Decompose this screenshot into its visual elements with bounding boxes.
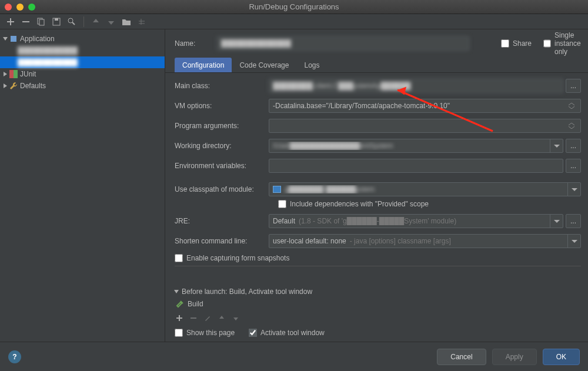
working-dir-label: Working directory: xyxy=(175,142,269,150)
tree-label: Defaults xyxy=(20,82,46,90)
apply-button: Apply xyxy=(492,349,537,365)
build-label: Build xyxy=(188,300,203,308)
name-label: Name: xyxy=(175,39,210,48)
tree-group-junit[interactable]: JUnit xyxy=(0,68,165,80)
edit-defaults-icon[interactable] xyxy=(67,17,76,26)
remove-task-icon xyxy=(189,313,198,323)
svg-rect-5 xyxy=(11,36,16,42)
browse-main-class-button[interactable]: ... xyxy=(566,79,581,93)
chevron-down-icon xyxy=(3,37,8,41)
program-args-label: Program arguments: xyxy=(175,122,269,130)
add-config-icon[interactable] xyxy=(6,17,15,26)
tree-group-defaults[interactable]: Defaults xyxy=(0,80,165,92)
help-button[interactable]: ? xyxy=(8,350,21,363)
shorten-combo[interactable]: user-local default: none - java [options… xyxy=(269,234,581,248)
collapse-all-icon xyxy=(137,17,146,26)
expand-field-icon[interactable] xyxy=(566,99,577,113)
chevron-down-icon xyxy=(174,290,179,293)
browse-jre-button[interactable]: ... xyxy=(566,214,581,228)
activate-label: Activate tool window xyxy=(260,329,325,337)
move-up-icon xyxy=(91,17,101,26)
env-vars-input[interactable] xyxy=(269,159,563,173)
snapshots-checkbox[interactable]: Enable capturing form snapshots xyxy=(175,254,581,262)
junit-icon xyxy=(9,70,18,78)
tree-label: JUnit xyxy=(20,70,36,78)
ok-button[interactable]: OK xyxy=(543,349,580,365)
browse-env-button[interactable]: ... xyxy=(566,159,581,173)
chevron-down-icon[interactable] xyxy=(567,183,580,196)
chevron-right-icon xyxy=(4,83,7,88)
single-instance-label: Single instance only xyxy=(554,31,581,56)
vm-options-label: VM options: xyxy=(175,102,269,110)
tree-group-application[interactable]: Application xyxy=(0,33,165,45)
shorten-label: Shorten command line: xyxy=(175,237,269,245)
program-args-input[interactable] xyxy=(269,119,581,133)
add-task-icon[interactable] xyxy=(175,313,184,323)
tab-code-coverage[interactable]: Code Coverage xyxy=(232,58,296,72)
tree-item[interactable]: ████████████ xyxy=(0,45,165,56)
chevron-right-icon xyxy=(4,72,7,76)
before-launch-label: Before launch: Build, Activate tool wind… xyxy=(182,288,312,296)
copy-config-icon[interactable] xyxy=(36,17,46,26)
move-down-icon xyxy=(106,17,116,26)
cancel-button[interactable]: Cancel xyxy=(437,349,486,365)
folder-icon[interactable] xyxy=(122,17,131,26)
move-task-down-icon xyxy=(231,313,240,323)
before-launch-item-build[interactable]: Build xyxy=(175,298,579,310)
show-this-page-checkbox[interactable]: Show this page xyxy=(175,329,235,337)
chevron-down-icon[interactable] xyxy=(550,215,563,228)
include-provided-label: Include dependencies with "Provided" sco… xyxy=(290,200,429,208)
move-task-up-icon xyxy=(217,313,226,323)
hammer-icon xyxy=(176,300,184,308)
classpath-label: Use classpath of module: xyxy=(175,185,269,193)
tree-item-label: ████████████ xyxy=(18,58,78,66)
wrench-icon xyxy=(9,82,18,90)
browse-working-dir-button[interactable]: ... xyxy=(566,139,581,153)
snapshots-label: Enable capturing form snapshots xyxy=(186,254,289,262)
vm-options-input[interactable]: -Dcatalina.base="/Library/Tomcat/apache-… xyxy=(269,99,581,113)
svg-rect-3 xyxy=(55,18,58,21)
chevron-down-icon[interactable] xyxy=(550,139,563,152)
tree-item-label: ████████████ xyxy=(18,46,78,55)
include-provided-checkbox[interactable]: Include dependencies with "Provided" sco… xyxy=(278,200,581,208)
application-icon xyxy=(9,35,18,43)
tab-configuration[interactable]: Configuration xyxy=(175,58,232,72)
jre-label: JRE: xyxy=(175,217,269,225)
main-class-input[interactable]: ████████.client.C███ystemAp██████ xyxy=(269,79,563,93)
working-dir-input[interactable]: /User██████████████entSystem xyxy=(269,139,563,153)
show-page-label: Show this page xyxy=(186,329,235,337)
svg-rect-1 xyxy=(39,19,44,25)
classpath-combo[interactable]: g███████-██████ystem xyxy=(269,182,581,196)
before-launch-header[interactable]: Before launch: Build, Activate tool wind… xyxy=(175,288,579,296)
config-tree[interactable]: Application ████████████ ████████████ JU… xyxy=(0,29,165,342)
activate-tool-window-checkbox[interactable]: Activate tool window xyxy=(249,329,325,337)
module-icon xyxy=(273,186,281,193)
chevron-down-icon[interactable] xyxy=(567,235,580,248)
main-class-label: Main class: xyxy=(175,82,269,90)
svg-rect-7 xyxy=(14,70,18,78)
svg-point-4 xyxy=(68,18,73,23)
share-checkbox[interactable]: Share xyxy=(501,39,536,48)
env-vars-label: Environment variables: xyxy=(175,162,269,170)
jre-combo[interactable]: Default (1.8 - SDK of 'g██████-█████Syst… xyxy=(269,214,563,228)
remove-config-icon[interactable] xyxy=(21,17,31,26)
name-input[interactable] xyxy=(217,36,469,51)
edit-task-icon xyxy=(203,313,212,323)
tree-label: Application xyxy=(20,35,55,43)
expand-field-icon[interactable] xyxy=(566,119,577,133)
tree-item-selected[interactable]: ████████████ xyxy=(0,56,165,68)
save-config-icon[interactable] xyxy=(52,17,61,26)
share-label: Share xyxy=(513,39,532,48)
tab-logs[interactable]: Logs xyxy=(296,58,327,72)
window-title: Run/Debug Configurations xyxy=(0,2,588,11)
single-instance-checkbox[interactable]: Single instance only xyxy=(543,31,579,56)
